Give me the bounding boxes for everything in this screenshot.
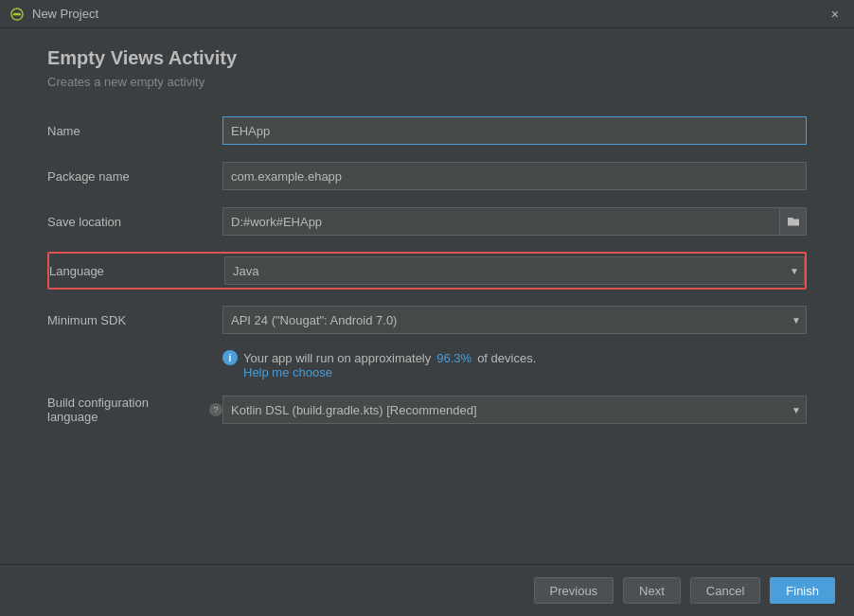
- build-config-label: Build configuration language ?: [47, 396, 222, 424]
- save-location-input[interactable]: [222, 207, 780, 236]
- build-config-select[interactable]: Kotlin DSL (build.gradle.kts) [Recommend…: [222, 396, 807, 424]
- min-sdk-label: Minimum SDK: [47, 313, 222, 327]
- info-suffix: of devices.: [477, 351, 536, 365]
- dialog-content: Empty Views Activity Creates a new empty…: [0, 28, 854, 425]
- package-name-input[interactable]: [222, 162, 807, 190]
- browse-button[interactable]: [780, 207, 807, 236]
- min-sdk-select[interactable]: API 24 ("Nougat": Android 7.0): [222, 306, 807, 334]
- build-config-help-icon[interactable]: ?: [209, 403, 222, 416]
- name-row: Name: [47, 115, 807, 146]
- info-line: i Your app will run on approximately 96.…: [222, 350, 807, 365]
- name-label: Name: [47, 124, 222, 138]
- bottom-bar: Previous Next Cancel Finish: [0, 564, 854, 616]
- build-config-row: Build configuration language ? Kotlin DS…: [47, 395, 807, 425]
- save-location-row: Save location: [47, 206, 807, 237]
- package-name-input-wrapper: [222, 162, 807, 190]
- finish-button[interactable]: Finish: [770, 577, 835, 604]
- package-name-row: Package name: [47, 161, 807, 191]
- android-icon: [9, 7, 25, 22]
- name-input[interactable]: [222, 116, 807, 145]
- language-select-wrapper: Java Kotlin ▼: [224, 256, 805, 285]
- title-bar-left: New Project: [9, 7, 98, 22]
- previous-button[interactable]: Previous: [534, 577, 614, 604]
- info-highlight: 96.3%: [436, 351, 471, 365]
- save-location-input-wrapper: [222, 207, 807, 236]
- min-sdk-select-wrapper: API 24 ("Nougat": Android 7.0) ▼: [222, 306, 807, 334]
- language-select[interactable]: Java Kotlin: [224, 256, 805, 285]
- package-name-label: Package name: [47, 169, 222, 184]
- title-bar: New Project ×: [0, 0, 854, 28]
- next-button[interactable]: Next: [623, 577, 681, 604]
- folder-icon: [787, 215, 800, 228]
- title-bar-title: New Project: [32, 7, 98, 21]
- language-form-row: Language Java Kotlin ▼: [49, 255, 805, 286]
- language-label: Language: [49, 264, 224, 278]
- info-prefix: Your app will run on approximately: [243, 351, 431, 365]
- build-config-select-wrapper: Kotlin DSL (build.gradle.kts) [Recommend…: [222, 396, 807, 424]
- min-sdk-row: Minimum SDK API 24 ("Nougat": Android 7.…: [47, 305, 807, 335]
- activity-title: Empty Views Activity: [47, 47, 807, 69]
- language-row-highlighted: Language Java Kotlin ▼: [47, 252, 807, 290]
- save-location-label: Save location: [47, 215, 222, 229]
- info-icon: i: [222, 350, 238, 365]
- name-input-wrapper: [222, 116, 807, 145]
- close-button[interactable]: ×: [826, 5, 845, 24]
- info-section: i Your app will run on approximately 96.…: [47, 350, 807, 379]
- help-me-choose-link[interactable]: Help me choose: [222, 365, 807, 379]
- activity-subtitle: Creates a new empty activity: [47, 75, 807, 89]
- cancel-button[interactable]: Cancel: [690, 577, 760, 604]
